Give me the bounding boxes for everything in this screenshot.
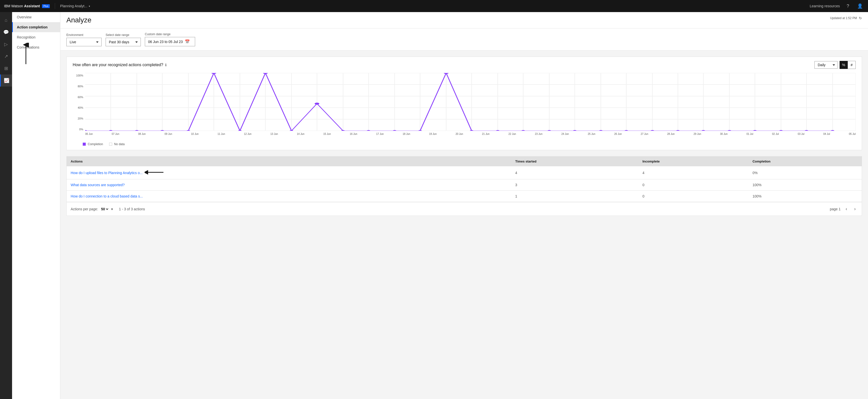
action-link-1[interactable]: What data sources are supported? — [71, 183, 125, 187]
sidebar-item-entities[interactable]: ⊞ — [0, 62, 12, 74]
x-label-23: 29 Jun — [693, 132, 701, 135]
calendar-icon: 📅 — [185, 39, 190, 44]
data-point-25 — [728, 130, 731, 131]
y-label-40: 40% — [73, 106, 83, 109]
data-point-15 — [470, 130, 473, 131]
date-range-filter: Select date range Past 30 days Past 7 da… — [105, 33, 141, 46]
data-point-10 — [341, 130, 345, 131]
row-2-action: How do I connection to a cloud based dat… — [67, 191, 511, 202]
table-row: How do I connection to a cloud based dat… — [67, 191, 862, 202]
data-point-1 — [109, 130, 113, 131]
refresh-icon[interactable]: ↻ — [859, 16, 862, 20]
sidebar-item-analyze[interactable]: 📈 — [0, 74, 12, 87]
sidebar-item-publish[interactable]: ↗ — [0, 50, 12, 62]
sidebar-item-chat[interactable]: 💬 — [0, 26, 12, 38]
row-1-action: What data sources are supported? — [67, 179, 511, 191]
nav-item-overview[interactable]: Overview — [12, 12, 60, 22]
user-icon[interactable]: 👤 — [856, 2, 864, 10]
per-page-control: Actions per page: 50 25 10 ▾ 1 - 3 of 3 … — [71, 207, 145, 211]
data-point-26 — [753, 130, 756, 131]
legend-no-data: No data — [109, 143, 125, 146]
chevron-per-page-icon: ▾ — [111, 207, 113, 211]
row-2-times: 1 — [511, 191, 639, 202]
data-point-2 — [135, 130, 138, 131]
brand: IBM Watson Assistant Plus — [4, 4, 50, 8]
table-header: Actions Times started Incomplete Complet… — [67, 156, 862, 166]
data-point-22 — [651, 130, 654, 131]
action-link-2[interactable]: How do I connection to a cloud based dat… — [71, 194, 143, 198]
col-incomplete: Incomplete — [639, 156, 749, 166]
chart-svg-area: 06 Jun 07 Jun 08 Jun 09 Jun 10 Jun 11 Ju… — [85, 73, 856, 135]
brand-watson: IBM Watson — [4, 4, 24, 8]
row-0-times: 4 — [511, 166, 639, 179]
data-point-23 — [676, 130, 680, 131]
custom-date-filter: Custom date range 06 Jun 23 to 05 Jul 23… — [145, 32, 195, 46]
sidebar-item-actions[interactable]: ▷ — [0, 38, 12, 50]
app-switcher[interactable]: Planning Analyt... ▾ — [60, 4, 90, 8]
row-2-completion: 100% — [749, 191, 862, 202]
filters-bar: Environment Live Draft Select date range… — [60, 28, 868, 51]
row-0-completion: 0% — [749, 166, 862, 179]
chevron-down-icon: ▾ — [89, 5, 90, 7]
data-point-29 — [831, 130, 834, 131]
action-link-0[interactable]: How do I upload files to Planning Analyt… — [71, 171, 143, 175]
y-label-80: 80% — [73, 85, 83, 88]
chart-info-icon[interactable]: ℹ — [165, 63, 166, 67]
x-label-15: 21 Jun — [482, 132, 490, 135]
sidebar-item-home[interactable]: ⌂ — [0, 14, 12, 26]
x-label-14: 20 Jun — [456, 132, 463, 135]
environment-label: Environment — [66, 33, 101, 37]
data-point-13 — [418, 130, 422, 131]
col-completion: Completion — [749, 156, 862, 166]
x-label-26: 02 Jul — [772, 132, 779, 135]
x-label-2: 08 Jun — [138, 132, 146, 135]
secondary-nav: Overview Action completion Recognition C… — [12, 12, 60, 399]
data-point-4 — [187, 130, 190, 131]
environment-select[interactable]: Live Draft — [66, 38, 101, 46]
row-1-incomplete: 0 — [639, 179, 749, 191]
nav-item-conversations[interactable]: Conversations — [12, 42, 60, 52]
x-label-6: 12 Jun — [244, 132, 251, 135]
percent-view-button[interactable]: % — [840, 61, 848, 69]
y-label-0: 0% — [73, 128, 83, 131]
custom-date-input[interactable]: 06 Jun 23 to 05 Jul 23 📅 — [145, 37, 195, 46]
chart-line — [85, 73, 833, 131]
nav-item-recognition[interactable]: Recognition — [12, 32, 60, 42]
view-toggle: % # — [840, 61, 856, 69]
data-point-19 — [573, 130, 577, 131]
x-label-28: 04 Jul — [823, 132, 830, 135]
per-page-label: Actions per page: — [71, 207, 98, 211]
actions-table: Actions Times started Incomplete Complet… — [67, 156, 862, 202]
brand-text: IBM Watson Assistant — [4, 4, 40, 8]
page-header: Analyze Updated at 1:52 PM ↻ — [60, 12, 868, 28]
learning-resources-link[interactable]: Learning resources — [810, 4, 840, 8]
x-label-9: 15 Jun — [323, 132, 331, 135]
x-label-25: 01 Jul — [747, 132, 753, 135]
x-label-18: 24 Jun — [561, 132, 569, 135]
row-2-incomplete: 0 — [639, 191, 749, 202]
chart-title: How often are your recognized actions co… — [73, 63, 166, 67]
navbar-right: Learning resources ? 👤 — [810, 2, 864, 10]
data-point-18 — [548, 130, 551, 131]
date-range-select[interactable]: Past 30 days Past 7 days Past 60 days Cu… — [105, 38, 141, 46]
main-content: Analyze Updated at 1:52 PM ↻ Environment… — [60, 12, 868, 399]
data-point-0 — [85, 130, 87, 131]
custom-date-label: Custom date range — [145, 32, 195, 36]
brand-badge: Plus — [42, 4, 50, 8]
period-select[interactable]: Daily Weekly Monthly — [814, 61, 838, 69]
x-label-0: 06 Jun — [85, 132, 93, 135]
prev-page-button[interactable]: ‹ — [844, 205, 849, 213]
row-1-times: 3 — [511, 179, 639, 191]
row-0-incomplete: 4 — [639, 166, 749, 179]
help-icon[interactable]: ? — [844, 2, 852, 10]
table-section: Actions Times started Incomplete Complet… — [66, 156, 862, 216]
grid-view-button[interactable]: # — [848, 61, 856, 69]
x-label-13: 19 Jun — [429, 132, 436, 135]
pagination: page 1 ‹ › — [830, 205, 858, 213]
nav-item-action-completion[interactable]: Action completion — [12, 22, 60, 32]
data-point-24 — [702, 130, 705, 131]
per-page-select[interactable]: 50 25 10 — [100, 207, 109, 211]
next-page-button[interactable]: › — [852, 205, 858, 213]
data-point-12 — [393, 130, 396, 131]
navbar-left: IBM Watson Assistant Plus Planning Analy… — [4, 3, 90, 9]
